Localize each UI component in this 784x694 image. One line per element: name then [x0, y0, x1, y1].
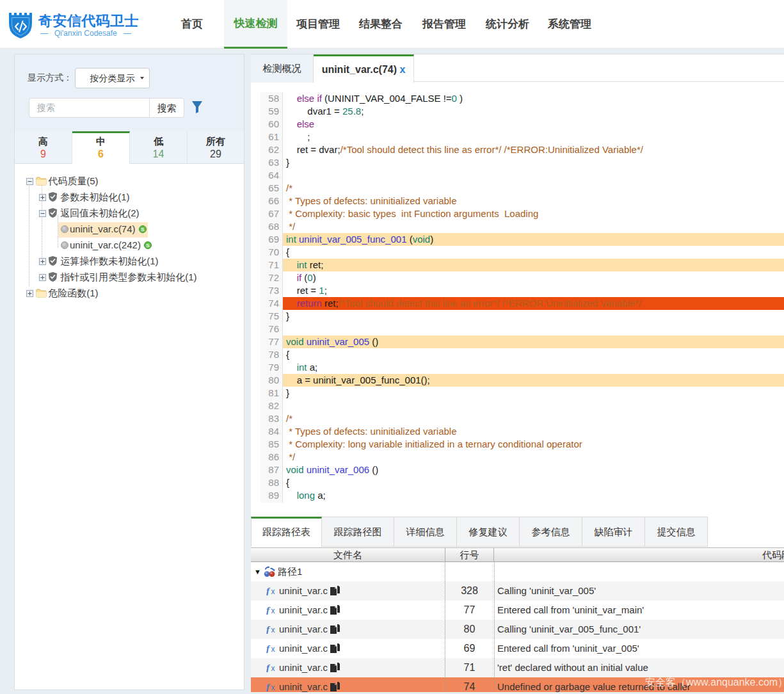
svg-text:x: x [271, 587, 275, 595]
svg-text:x: x [271, 683, 275, 691]
svg-text:S: S [146, 243, 150, 248]
svg-text:f: f [266, 606, 271, 615]
svg-text:x: x [271, 645, 275, 653]
svg-text:f: f [266, 663, 271, 672]
svg-text:x: x [271, 625, 275, 634]
svg-text:x: x [271, 606, 275, 615]
svg-text:f: f [266, 682, 271, 691]
svg-text:f: f [266, 625, 271, 634]
svg-text:f: f [266, 644, 271, 653]
svg-text:f: f [266, 586, 271, 595]
svg-text:S: S [141, 227, 145, 232]
svg-text:x: x [271, 664, 275, 672]
